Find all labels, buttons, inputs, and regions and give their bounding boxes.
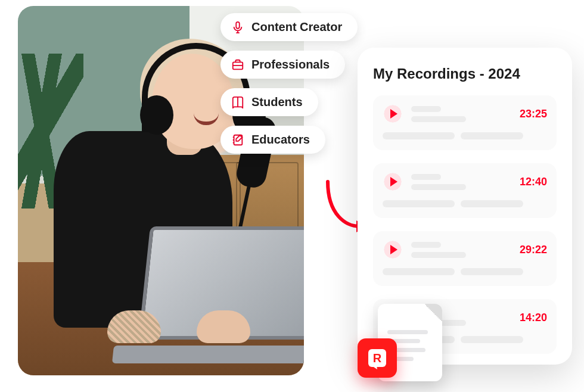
pill-students[interactable]: Students (220, 88, 318, 116)
microphone-icon (231, 21, 244, 34)
book-icon (231, 96, 244, 109)
pill-label: Students (251, 95, 303, 109)
recording-meta-placeholder (383, 200, 547, 207)
recording-title-placeholder (411, 242, 511, 258)
recording-duration: 12:40 (520, 176, 547, 188)
recording-title-placeholder (411, 106, 511, 122)
recording-duration: 14:20 (520, 312, 547, 324)
recording-duration: 23:25 (520, 108, 547, 120)
photo-hand-left (107, 310, 161, 343)
svg-text:R: R (373, 351, 382, 365)
pill-label: Educators (251, 133, 310, 147)
recording-meta-placeholder (383, 268, 547, 275)
play-icon[interactable] (383, 239, 403, 260)
brand-badge: R (358, 338, 397, 378)
pill-professionals[interactable]: Professionals (220, 51, 345, 79)
recording-item[interactable]: 12:40 (373, 163, 557, 218)
briefcase-icon (231, 58, 244, 71)
play-icon[interactable] (383, 172, 403, 192)
recording-item[interactable]: 23:25 (373, 95, 557, 150)
recording-duration: 29:22 (520, 244, 547, 256)
photo-earcup-left (140, 95, 173, 135)
pill-educators[interactable]: Educators (220, 126, 325, 154)
recording-meta-placeholder (383, 132, 547, 139)
notebook-icon (231, 133, 244, 147)
brand-r-icon: R (365, 346, 389, 370)
pill-label: Professionals (251, 58, 330, 71)
transcript-doc-graphic: R (358, 304, 447, 387)
recording-item[interactable]: 29:22 (373, 231, 557, 286)
svg-rect-0 (236, 21, 240, 28)
photo-hand-right (197, 310, 250, 343)
panel-title: My Recordings - 2024 (373, 66, 557, 82)
pill-label: Content Creator (251, 20, 342, 34)
recording-title-placeholder (411, 174, 511, 190)
pill-content-creator[interactable]: Content Creator (220, 13, 358, 41)
category-pill-list: Content Creator Professionals Students E… (220, 13, 358, 154)
play-icon[interactable] (383, 104, 403, 124)
